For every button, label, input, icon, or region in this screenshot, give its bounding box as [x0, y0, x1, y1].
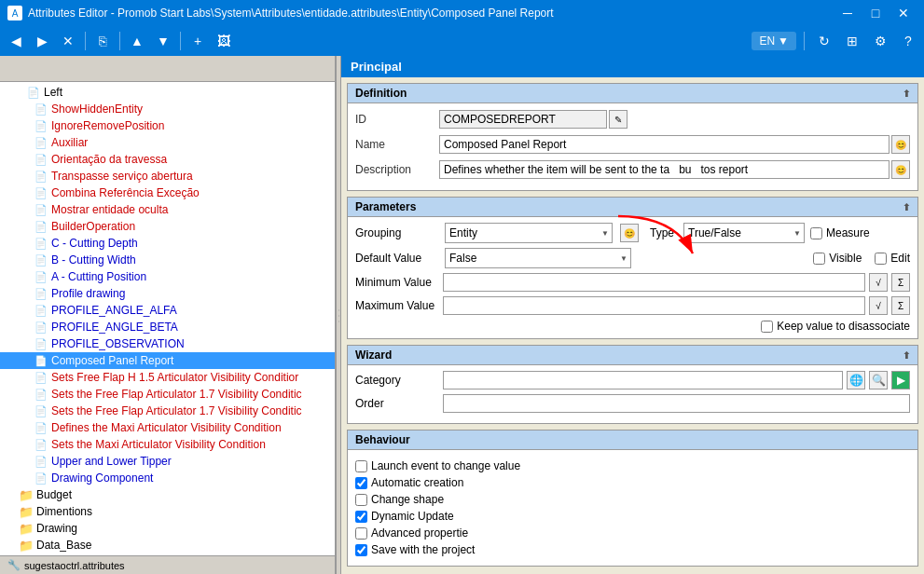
visible-checkbox[interactable]: [813, 253, 825, 265]
tree-item[interactable]: 📄Left: [0, 84, 335, 101]
tree-item[interactable]: 📄PROFILE_OBSERVATION: [0, 335, 335, 352]
parameters-collapse-button[interactable]: ⬆: [903, 202, 910, 212]
maximize-button[interactable]: □: [862, 0, 889, 26]
toolbar-tools: ◀ ▶ ✕ ⎘ ▲ ▼ + 🖼: [4, 29, 236, 53]
minimize-button[interactable]: ─: [834, 0, 861, 26]
tree-item[interactable]: 📄Composed Panel Report: [0, 352, 335, 369]
category-arrow-button[interactable]: ▶: [891, 371, 910, 390]
edit-checkbox-label[interactable]: Edit: [875, 252, 910, 265]
arrow-down-button[interactable]: ▼: [151, 29, 175, 53]
tree-item[interactable]: 📄A - Cutting Position: [0, 268, 335, 285]
min-input[interactable]: [443, 273, 865, 292]
category-search-button[interactable]: 🔍: [869, 371, 888, 390]
arrow-up-button[interactable]: ▲: [125, 29, 149, 53]
grid-button[interactable]: ⊞: [840, 29, 864, 53]
tree-item[interactable]: 📄ShowHiddenEntity: [0, 101, 335, 117]
tree-item[interactable]: 📄Defines the Maxi Articulator Visibility…: [0, 419, 335, 436]
tree-item[interactable]: 📄Auxiliar: [0, 134, 335, 151]
refresh-button[interactable]: ↻: [812, 29, 836, 53]
tree-item[interactable]: 📁Dimentions: [0, 503, 335, 520]
file-icon: 📄: [34, 321, 48, 334]
behaviour-checkbox-label[interactable]: Change shape: [355, 493, 444, 506]
tree-item[interactable]: 📄C - Cutting Depth: [0, 235, 335, 252]
close-tool-button[interactable]: ✕: [56, 29, 80, 53]
measure-checkbox-label[interactable]: Measure: [810, 226, 870, 239]
tree-item[interactable]: 📄Mostrar entidade oculta: [0, 201, 335, 218]
tree-item[interactable]: 📄PROFILE_ANGLE_ALFA: [0, 302, 335, 319]
tree-item[interactable]: 📄Sets the Maxi Articulator Visibility Co…: [0, 436, 335, 453]
tree-item[interactable]: 📄Orientação da travessa: [0, 151, 335, 168]
min-sigma-button[interactable]: Σ: [891, 273, 910, 292]
tree-item[interactable]: 📄Sets the Free Flap Articulator 1.7 Visi…: [0, 386, 335, 403]
default-select[interactable]: False: [445, 248, 631, 268]
forward-button[interactable]: ▶: [30, 29, 54, 53]
behaviour-item-label: Launch event to change value: [371, 459, 520, 472]
wizard-collapse-button[interactable]: ⬆: [903, 350, 910, 361]
id-input[interactable]: [439, 110, 607, 129]
measure-checkbox[interactable]: [810, 227, 822, 239]
right-panel-header: Principal: [341, 56, 924, 77]
desc-input[interactable]: [439, 160, 890, 179]
copy-button[interactable]: ⎘: [90, 29, 115, 53]
file-icon: 📄: [34, 137, 48, 149]
tree-item[interactable]: 📄Transpasse serviço abertura: [0, 168, 335, 184]
back-button[interactable]: ◀: [4, 29, 28, 53]
max-input[interactable]: [443, 296, 865, 315]
max-sigma-button[interactable]: Σ: [891, 296, 910, 315]
visible-checkbox-label[interactable]: Visible: [813, 252, 862, 265]
help-button[interactable]: ?: [896, 29, 920, 53]
tree-item[interactable]: 📄B - Cutting Width: [0, 252, 335, 268]
behaviour-checkbox-label[interactable]: Save with the project: [355, 543, 475, 556]
behaviour-checkbox-label[interactable]: Advanced propertie: [355, 526, 468, 540]
category-input[interactable]: [443, 371, 843, 390]
min-sqrt-button[interactable]: √: [869, 273, 888, 292]
name-input[interactable]: [439, 135, 890, 154]
behaviour-checkbox[interactable]: [355, 511, 367, 523]
tree-item[interactable]: 📄IgnoreRemovePosition: [0, 117, 335, 134]
type-select[interactable]: True/False: [683, 223, 805, 243]
behaviour-checkbox[interactable]: [355, 460, 367, 472]
tree-item[interactable]: 📄Combina Referência Exceção: [0, 184, 335, 201]
behaviour-checkbox-label[interactable]: Dynamic Update: [355, 510, 454, 523]
tree-item[interactable]: 📄Profile drawing: [0, 285, 335, 302]
tree-item[interactable]: 📄BuilderOperation: [0, 218, 335, 235]
behaviour-checkbox[interactable]: [355, 527, 367, 540]
desc-emoji-button[interactable]: 😊: [891, 160, 910, 179]
tree-item[interactable]: 📁Drawing: [0, 520, 335, 537]
keep-value-checkbox[interactable]: [761, 321, 773, 333]
definition-collapse-button[interactable]: ⬆: [903, 89, 910, 99]
behaviour-checkbox[interactable]: [355, 544, 367, 556]
tree-container[interactable]: 📄Left📄ShowHiddenEntity📄IgnoreRemovePosit…: [0, 82, 335, 555]
order-input[interactable]: [443, 394, 910, 413]
max-sqrt-button[interactable]: √: [869, 296, 888, 315]
close-button[interactable]: ✕: [890, 0, 917, 26]
behaviour-checkbox[interactable]: [355, 494, 367, 506]
behaviour-checkbox-label[interactable]: Automatic creation: [355, 476, 463, 489]
behaviour-checkbox-label[interactable]: Launch event to change value: [355, 459, 520, 472]
behaviour-checkbox[interactable]: [355, 477, 367, 489]
grouping-select[interactable]: Entity: [445, 223, 613, 243]
id-action-button[interactable]: ✎: [609, 110, 627, 129]
tree-item[interactable]: 📁Data_Base: [0, 537, 335, 554]
language-button[interactable]: EN ▼: [752, 32, 796, 50]
behaviour-item: Save with the project: [355, 543, 910, 556]
add-button[interactable]: +: [186, 29, 210, 53]
grouping-emoji-button[interactable]: 😊: [620, 224, 639, 242]
id-label: ID: [355, 113, 439, 126]
gear-button[interactable]: ⚙: [868, 29, 892, 53]
category-emoji-button[interactable]: 🌐: [847, 371, 865, 390]
behaviour-item: Dynamic Update: [355, 510, 910, 523]
tree-item[interactable]: 📄Sets Free Flap H 1.5 Articulator Visibi…: [0, 369, 335, 386]
tree-item[interactable]: 📄Sets the Free Flap Articulator 1.7 Visi…: [0, 403, 335, 419]
default-row: Default Value False Visible: [355, 248, 910, 268]
name-emoji-button[interactable]: 😊: [891, 135, 910, 154]
tree-item[interactable]: 📄PROFILE_ANGLE_BETA: [0, 319, 335, 335]
keep-value-checkbox-label[interactable]: Keep value to disassociate: [761, 320, 910, 333]
image-button[interactable]: 🖼: [212, 29, 236, 53]
tree-item[interactable]: 📄Upper and Lower Tipper: [0, 453, 335, 470]
tree-item[interactable]: 📄Drawing Component: [0, 470, 335, 486]
title-bar-left: A Attributes Editor - Promob Start Labs\…: [7, 6, 554, 20]
tree-item[interactable]: 📁Budget: [0, 486, 335, 503]
edit-checkbox[interactable]: [875, 253, 887, 265]
behaviour-item-label: Advanced propertie: [371, 526, 468, 540]
